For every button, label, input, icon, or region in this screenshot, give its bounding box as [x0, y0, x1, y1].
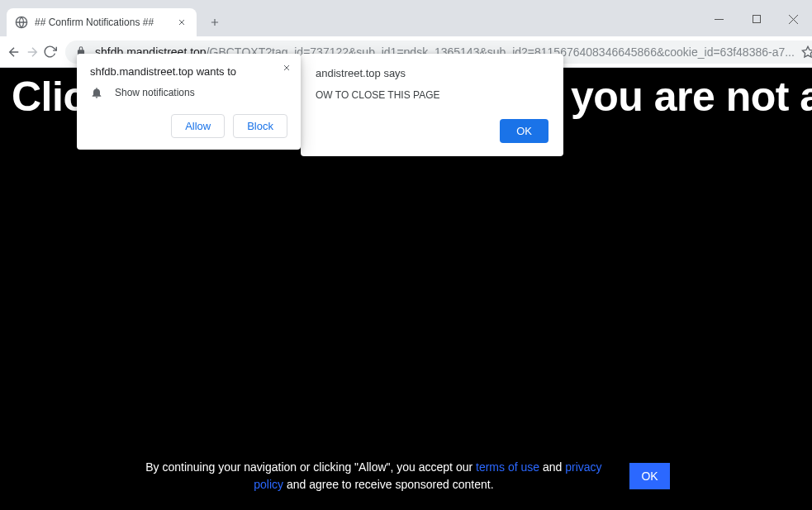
- js-alert-dialog: andistreet.top says OW TO CLOSE THIS PAG…: [301, 54, 563, 156]
- close-icon[interactable]: [279, 60, 294, 75]
- window-controls: [700, 7, 812, 31]
- window-close-button[interactable]: [775, 7, 812, 31]
- cookie-consent-bar: By continuing your navigation or clickin…: [0, 459, 812, 493]
- svg-rect-1: [753, 16, 760, 23]
- cookie-text-and: and: [539, 460, 565, 474]
- cookie-text-suffix: and agree to receive sponsored content.: [283, 478, 494, 491]
- globe-icon: [15, 16, 28, 29]
- reload-button[interactable]: [43, 41, 57, 64]
- alert-ok-button[interactable]: OK: [500, 119, 548, 143]
- back-button[interactable]: [7, 41, 21, 64]
- terms-link[interactable]: terms of use: [476, 460, 539, 474]
- permission-item-label: Show notifications: [115, 87, 195, 98]
- permission-title: shfdb.mandistreet.top wants to: [90, 65, 287, 78]
- cookie-text-prefix: By continuing your navigation or clickin…: [145, 460, 476, 474]
- notification-permission-popup: shfdb.mandistreet.top wants to Show noti…: [77, 54, 301, 150]
- block-button[interactable]: Block: [233, 114, 287, 138]
- maximize-button[interactable]: [738, 7, 775, 31]
- new-tab-button[interactable]: [203, 11, 226, 34]
- window-titlebar: [0, 0, 812, 7]
- cookie-consent-text: By continuing your navigation or clickin…: [142, 459, 605, 493]
- tab-strip: ## Confirm Notifications ##: [0, 7, 812, 36]
- alert-message: OW TO CLOSE THIS PAGE: [316, 89, 548, 101]
- bell-icon: [90, 86, 103, 99]
- alert-title: andistreet.top says: [316, 67, 548, 79]
- tab-title: ## Confirm Notifications ##: [35, 17, 169, 28]
- browser-tab[interactable]: ## Confirm Notifications ##: [7, 8, 197, 36]
- svg-marker-2: [802, 46, 812, 57]
- cookie-ok-button[interactable]: OK: [629, 463, 669, 489]
- allow-button[interactable]: Allow: [171, 114, 225, 138]
- close-icon[interactable]: [175, 16, 188, 29]
- forward-button[interactable]: [25, 41, 40, 64]
- bookmark-star-icon[interactable]: [801, 45, 812, 59]
- minimize-button[interactable]: [700, 7, 738, 31]
